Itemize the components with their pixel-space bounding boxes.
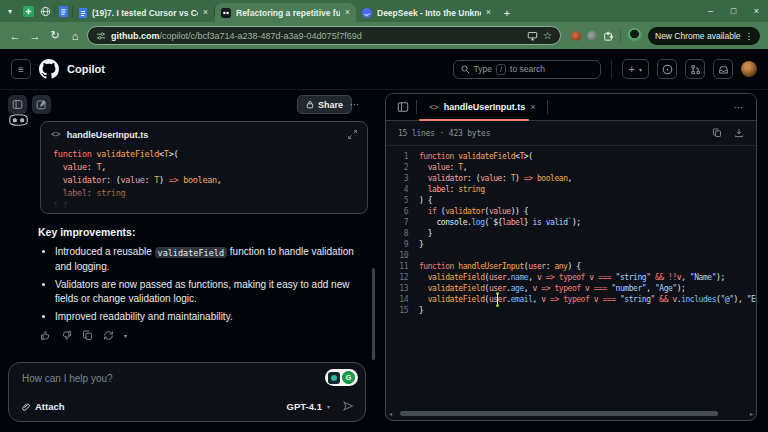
- copilot-favicon: [221, 8, 231, 18]
- code-line: 9}: [386, 239, 756, 250]
- lock-icon: [306, 100, 314, 109]
- browser-tab-1[interactable]: (19)7. I tested Cursor vs Copilot ×: [73, 3, 214, 22]
- copy-icon[interactable]: [82, 330, 93, 341]
- file-tab[interactable]: <> handleUserInput.ts ×: [421, 94, 543, 120]
- header-divider: [547, 100, 548, 114]
- window-maximize-button[interactable]: □: [722, 0, 745, 22]
- message-bullet-list: Introduced a reusable validateField func…: [38, 245, 373, 329]
- file-tab-close-icon[interactable]: ×: [530, 102, 535, 112]
- tab-title: Refactoring a repetitive function: [236, 8, 340, 18]
- browser-tabstrip: ▾ (19)7. I tested Cursor vs Copilot × Re…: [0, 0, 768, 22]
- send-button[interactable]: [342, 400, 354, 412]
- code-line: 7 console.log(`${label} is valid`);: [386, 217, 756, 228]
- expand-icon[interactable]: [348, 130, 357, 139]
- new-conversation-button[interactable]: [32, 95, 51, 114]
- extension-icon-1[interactable]: [571, 31, 581, 41]
- copy-file-icon[interactable]: [712, 128, 722, 138]
- scroll-left-icon[interactable]: ◂: [389, 410, 392, 417]
- screen: ▾ (19)7. I tested Cursor vs Copilot × Re…: [0, 0, 768, 432]
- github-user-avatar[interactable]: [741, 61, 757, 77]
- github-logo[interactable]: [39, 59, 59, 79]
- reload-icon[interactable]: ↻: [47, 29, 63, 42]
- extension-overlay-badges[interactable]: G: [325, 369, 358, 386]
- scrollbar-thumb[interactable]: [400, 411, 718, 416]
- issues-button[interactable]: [657, 59, 677, 79]
- forward-icon[interactable]: →: [27, 30, 43, 42]
- retry-sync-icon[interactable]: [103, 330, 114, 341]
- extension-gpt-icon[interactable]: G: [342, 371, 355, 384]
- code-line: 5) {: [386, 195, 756, 206]
- attach-button[interactable]: Attach: [35, 401, 65, 412]
- code-line: 10: [386, 250, 756, 261]
- thumbs-up-icon[interactable]: [40, 330, 51, 341]
- address-bar[interactable]: github.com/copilot/c/bcf3a714-a238-487d-…: [87, 26, 561, 45]
- home-icon[interactable]: ⌂: [67, 30, 83, 42]
- browser-menu-kebab-icon[interactable]: ⋮: [745, 31, 754, 41]
- model-caret-icon[interactable]: ▾: [327, 403, 330, 410]
- horizontal-scrollbar[interactable]: ◂ ▸: [389, 409, 753, 418]
- paperclip-icon[interactable]: [20, 401, 30, 412]
- create-new-button[interactable]: + ▾: [622, 59, 649, 79]
- share-button[interactable]: Share: [297, 95, 352, 114]
- download-icon[interactable]: [734, 128, 744, 138]
- file-panel-menu-button[interactable]: ⋯: [729, 98, 748, 117]
- code-line: 15}: [386, 305, 756, 316]
- pinned-tab-doc[interactable]: [55, 0, 72, 22]
- pull-requests-button[interactable]: [685, 59, 705, 79]
- tab-close-icon[interactable]: ×: [203, 8, 208, 17]
- retry-options-caret-icon[interactable]: ▾: [124, 332, 127, 339]
- text-cursor: [494, 292, 501, 307]
- code-card-filename: handleUserInput.ts: [67, 130, 149, 140]
- window-close-button[interactable]: ×: [745, 0, 768, 22]
- extension-icon-2[interactable]: [587, 31, 597, 41]
- extensions-puzzle-icon[interactable]: [603, 30, 614, 41]
- page-title: Copilot: [67, 63, 105, 75]
- window-minimize-button[interactable]: –: [699, 0, 722, 22]
- github-search-input[interactable]: Type / to search: [453, 60, 601, 79]
- code-line: 4 label: string: [386, 184, 756, 195]
- message-heading: Key improvements:: [38, 226, 135, 238]
- thumbs-down-icon[interactable]: [61, 330, 72, 341]
- doc-favicon: [79, 8, 87, 18]
- message-actions: ▾: [40, 330, 127, 341]
- file-code-view[interactable]: 1function validateField<T>(2 value: T,3 …: [386, 146, 756, 316]
- browser-toolbar: ← → ↻ ⌂ github.com/copilot/c/bcf3a714-a2…: [0, 22, 768, 49]
- extension-badge-icon[interactable]: [328, 372, 340, 384]
- conversation-menu-button[interactable]: ⋯: [345, 95, 364, 114]
- back-icon[interactable]: ←: [7, 30, 23, 42]
- tab-title: (19)7. I tested Cursor vs Copilot: [92, 8, 198, 18]
- chat-code-card[interactable]: <> handleUserInput.ts function validateF…: [40, 121, 368, 214]
- tab-close-icon[interactable]: ×: [486, 8, 491, 17]
- bookmark-star-icon[interactable]: ☆: [543, 30, 552, 41]
- pinned-tab-globe[interactable]: [37, 0, 54, 22]
- panel-toggle-button[interactable]: [394, 101, 412, 113]
- inline-code-chip: validateField: [155, 247, 228, 258]
- pinned-tab-sheets[interactable]: [20, 0, 37, 22]
- tab-close-icon[interactable]: ×: [345, 8, 350, 17]
- bullet-item: Introduced a reusable validateField func…: [55, 245, 373, 273]
- browser-tab-3[interactable]: DeepSeek - Into the Unknown ×: [356, 3, 497, 22]
- inbox-button[interactable]: [713, 59, 733, 79]
- code-line: 13 validateField(user.age, v => typeof v…: [386, 283, 756, 294]
- issue-icon: [662, 64, 673, 75]
- github-header: ≡ Copilot Type / to search + ▾: [0, 49, 768, 90]
- new-tab-button[interactable]: +: [497, 3, 517, 22]
- panel-left-icon: [397, 101, 409, 113]
- hamburger-menu-button[interactable]: ≡: [11, 59, 31, 79]
- site-info-icon[interactable]: [96, 31, 106, 41]
- scroll-right-icon[interactable]: ▸: [750, 410, 753, 417]
- chat-input-box[interactable]: How can I help you? G Attach GPT-4.1 ▾: [8, 362, 366, 422]
- search-icon: [461, 65, 470, 74]
- copilot-chat-panel: Share ⋯ <> handleUserInput.ts function v…: [0, 90, 384, 432]
- send-to-device-icon[interactable]: [527, 31, 538, 41]
- new-chrome-available-button[interactable]: New Chrome available ⋮: [648, 27, 760, 45]
- browser-profile-avatar[interactable]: [627, 28, 642, 43]
- tab-search-icon[interactable]: ▾: [0, 0, 20, 22]
- scrollbar-track[interactable]: [394, 411, 748, 416]
- plus-icon: +: [629, 63, 635, 75]
- browser-tab-2-active[interactable]: Refactoring a repetitive function ×: [215, 3, 356, 22]
- chat-sidebar-toggle-button[interactable]: [8, 95, 27, 114]
- bullet-item: Improved readability and maintainability…: [55, 310, 373, 324]
- model-selector[interactable]: GPT-4.1: [287, 401, 322, 412]
- chat-scrollbar[interactable]: [372, 268, 375, 360]
